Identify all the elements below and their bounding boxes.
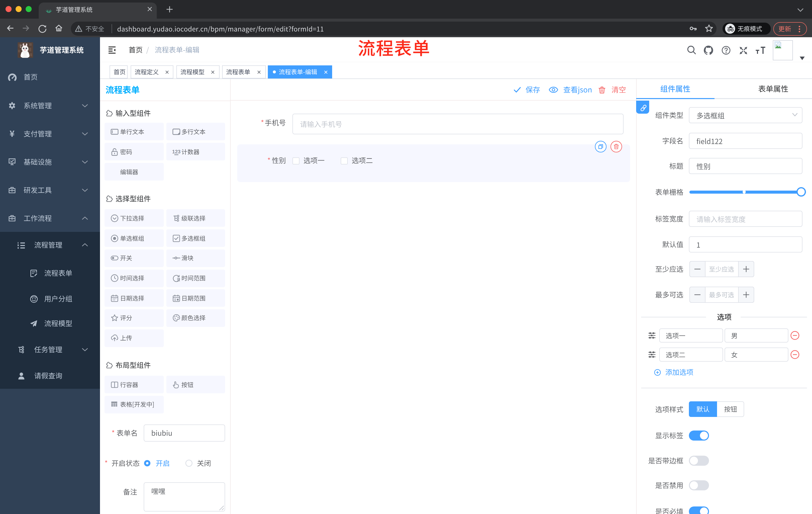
svg-text:123: 123 <box>172 148 180 154</box>
